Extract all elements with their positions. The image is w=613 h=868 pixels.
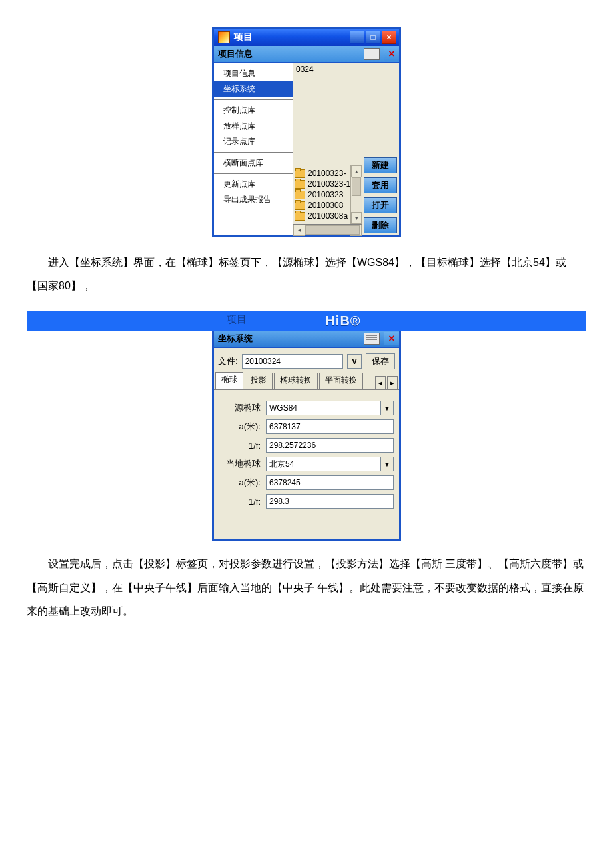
folder-list: 20100323- 20100323-1 20100323 20100308 2… — [293, 165, 362, 225]
a1-value: 6378137 — [269, 422, 301, 431]
tab-plane-conv[interactable]: 平面转换 — [319, 373, 363, 389]
a1-input[interactable]: 6378137 — [266, 419, 394, 434]
tab-ellipsoid[interactable]: 椭球 — [215, 372, 243, 389]
right-top-area: 0324 — [293, 63, 362, 165]
folder-icon — [295, 191, 305, 199]
tab-scroll-left-icon[interactable]: ◂ — [375, 376, 386, 389]
menu-item-project-info[interactable]: 项目信息 — [214, 66, 293, 81]
coord-system-window: 坐标系统 × 文件: 20100324 v 保存 椭球 投影 椭球转换 平面转换… — [212, 331, 401, 541]
horizontal-scrollbar[interactable]: ◂ ▸ — [293, 225, 362, 235]
folder-name[interactable]: 20100323-1 — [308, 179, 350, 189]
menu-item-update-points[interactable]: 更新点库 — [214, 177, 293, 192]
window-body: 项目信息 坐标系统 控制点库 放样点库 记录点库 横断面点库 更新点库 导出成果… — [214, 63, 399, 235]
scroll-left-icon[interactable]: ◂ — [293, 224, 305, 236]
new-button[interactable]: 新建 — [364, 157, 397, 173]
f2-input[interactable]: 298.3 — [266, 494, 394, 509]
tgt-ellipsoid-select[interactable]: 北京54 — [266, 457, 381, 471]
tgt-ellipsoid-value: 北京54 — [269, 459, 294, 470]
title-bar: 项目 _ □ × — [214, 29, 399, 46]
dropdown-icon[interactable]: ▼ — [381, 401, 394, 415]
file-dropdown-button[interactable]: v — [347, 354, 362, 369]
window-title: 项目 — [234, 31, 350, 43]
folder-icon — [295, 169, 305, 178]
menu-item-export-report[interactable]: 导出成果报告 — [214, 192, 293, 207]
a2-label: a(米): — [219, 477, 261, 489]
f1-label: 1/f: — [219, 441, 261, 451]
a2-value: 6378245 — [269, 478, 301, 487]
folder-icon — [295, 180, 305, 189]
sub-header-label: 项目信息 — [218, 48, 253, 60]
folder-name[interactable]: 20100323- — [308, 169, 346, 178]
minimize-glyph: _ — [355, 33, 360, 42]
blue-title-bar: 项目 HiB® — [27, 311, 586, 331]
scroll-down-icon[interactable]: ▾ — [351, 212, 362, 224]
sub-header-2-label: 坐标系统 — [218, 333, 253, 345]
file-row: 文件: 20100324 v 保存 — [214, 348, 399, 373]
save-button[interactable]: 保存 — [366, 353, 395, 369]
form-area: 源椭球 WGS84 ▼ a(米): 6378137 1/f: 298.25722… — [214, 389, 399, 539]
f2-value: 298.3 — [269, 497, 289, 506]
folder-name[interactable]: 20100308 — [308, 201, 343, 210]
f1-input[interactable]: 298.2572236 — [266, 438, 394, 453]
f2-label: 1/f: — [219, 497, 261, 507]
maximize-glyph: □ — [370, 33, 375, 42]
tab-projection[interactable]: 投影 — [245, 373, 273, 389]
close-panel-button[interactable]: × — [384, 47, 399, 61]
open-button[interactable]: 打开 — [364, 197, 397, 213]
close-panel-button-2[interactable]: × — [384, 332, 399, 345]
src-ellipsoid-label: 源椭球 — [219, 402, 261, 414]
tab-ellipsoid-conv[interactable]: 椭球转换 — [274, 373, 318, 389]
scroll-up-icon[interactable]: ▴ — [351, 165, 362, 177]
file-label: 文件: — [218, 355, 238, 367]
folder-name[interactable]: 20100308a — [308, 211, 348, 221]
src-ellipsoid-select[interactable]: WGS84 — [266, 401, 381, 415]
dropdown-icon[interactable]: ▼ — [381, 457, 394, 471]
menu-item-cross-section[interactable]: 横断面点库 — [214, 155, 293, 171]
right-top-text: 0324 — [296, 65, 314, 74]
apply-button[interactable]: 套用 — [364, 177, 397, 193]
src-ellipsoid-value: WGS84 — [269, 403, 297, 413]
keyboard-icon[interactable] — [364, 333, 380, 345]
button-column: 新建 套用 打开 删除 — [362, 63, 399, 235]
a1-label: a(米): — [219, 421, 261, 433]
scroll-thumb-h[interactable] — [305, 225, 360, 235]
folder-icon — [295, 212, 305, 221]
document-page: 项目 _ □ × 项目信息 × 项目信息 坐标系统 控制点库 放样点库 — [0, 0, 613, 700]
left-menu: 项目信息 坐标系统 控制点库 放样点库 记录点库 横断面点库 更新点库 导出成果… — [214, 63, 293, 235]
project-window: 项目 _ □ × 项目信息 × 项目信息 坐标系统 控制点库 放样点库 — [212, 27, 401, 237]
tabs: 椭球 投影 椭球转换 平面转换 ◂ ▸ — [214, 373, 399, 389]
file-input-value: 20100324 — [245, 357, 281, 366]
tab-scroll-right-icon[interactable]: ▸ — [387, 376, 398, 389]
paragraph-1: 进入【坐标系统】界面，在【椭球】标签页下，【源椭球】选择【WGS84】，【目标椭… — [27, 251, 586, 297]
menu-item-coord-system[interactable]: 坐标系统 — [214, 81, 293, 97]
blue-band: 项目 HiB® 坐标系统 × 文件: 20100324 v 保存 椭球 投影 椭… — [27, 311, 586, 541]
scroll-thumb[interactable] — [352, 177, 361, 196]
file-input[interactable]: 20100324 — [242, 354, 343, 369]
sub-header-2: 坐标系统 × — [214, 331, 399, 348]
folder-name[interactable]: 20100323 — [308, 190, 343, 199]
tgt-ellipsoid-label: 当地椭球 — [219, 458, 261, 470]
a2-input[interactable]: 6378245 — [266, 475, 394, 490]
menu-item-record-points[interactable]: 记录点库 — [214, 134, 293, 149]
menu-item-stake-points[interactable]: 放样点库 — [214, 119, 293, 134]
close-button[interactable]: × — [382, 31, 396, 44]
brand-text: HiB® — [325, 313, 360, 329]
paragraph-2: 设置完成后，点击【投影】标签页，对投影参数进行设置，【投影方法】选择【高斯 三度… — [27, 552, 586, 623]
vertical-scrollbar[interactable]: ▴ ▾ — [350, 165, 362, 224]
bar-title: 项目 — [227, 313, 247, 326]
delete-button[interactable]: 删除 — [364, 217, 397, 233]
minimize-button[interactable]: _ — [350, 31, 364, 44]
folder-icon — [295, 201, 305, 210]
sub-header: 项目信息 × — [214, 46, 399, 63]
menu-item-control-points[interactable]: 控制点库 — [214, 103, 293, 118]
keyboard-icon[interactable] — [364, 48, 380, 60]
close-glyph: × — [386, 33, 391, 42]
app-icon — [218, 31, 230, 43]
right-pane: 0324 20100323- 20100323-1 20100323 20100… — [293, 63, 362, 235]
maximize-button[interactable]: □ — [366, 31, 380, 44]
window-buttons: _ □ × — [350, 31, 396, 44]
f1-value: 298.2572236 — [269, 441, 316, 450]
